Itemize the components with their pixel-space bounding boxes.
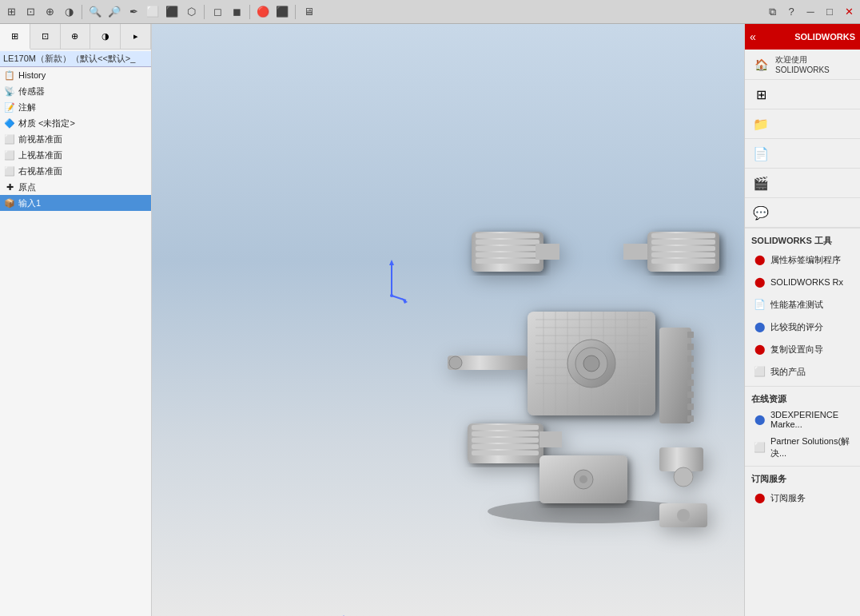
svg-rect-55 [659,328,691,423]
sensor-icon: 📡 [3,85,16,97]
tree-title: LE170M（新款）（默认<<默认>_ [0,51,151,67]
nav-icon-features[interactable]: ⊞ [745,80,860,109]
tree-item-sensor[interactable]: 📡 传感器 [0,83,151,99]
svg-rect-32 [476,233,539,238]
panel-tab-more[interactable]: ▸ [121,24,151,49]
history-icon: 📋 [3,69,16,81]
right-panel: « SOLIDWORKS 🏠 欢迎使用 SOLIDWORKS ⊞ 📁 📄 🎬 💬 [744,24,860,616]
svg-rect-62 [687,403,694,410]
tree-item-front-plane[interactable]: ⬜ 前视基准面 [0,131,151,147]
menu-item-property-wizard[interactable]: ⬤ 属性标签编制程序 [745,248,860,271]
svg-rect-60 [687,380,694,386]
win-minimize[interactable]: ─ [802,4,818,20]
toolbar-sep4 [295,5,296,19]
menu-item-benchmark[interactable]: 📄 性能基准测试 [745,293,860,316]
table-icon: 📄 [751,144,770,163]
svg-point-4 [390,294,393,297]
tools-section: SOLIDWORKS 工具 ⬤ 属性标签编制程序 ⬤ SOLIDWORKS Rx… [745,232,860,383]
svg-marker-1 [389,260,394,265]
tree-item-annotation[interactable]: 📝 注解 [0,99,151,115]
my-products-icon: ⬜ [751,364,767,380]
win-close[interactable]: ✕ [841,4,857,20]
win-maximize[interactable]: □ [822,4,838,20]
svg-point-67 [449,356,462,369]
svg-rect-56 [687,332,694,338]
compare-score-icon: ⬤ [751,319,767,335]
toolbar-snap[interactable]: ✒ [125,4,141,20]
menu-item-subscribe[interactable]: ⬤ 订阅服务 [745,487,860,509]
viewport[interactable] [152,24,744,616]
svg-rect-48 [472,438,539,443]
import-icon: 📦 [3,197,16,209]
toolbar-view1[interactable]: ⬜ [145,4,161,20]
panel-tab-feature[interactable]: ⊞ [0,24,30,50]
toolbar-monitor[interactable]: 🖥 [301,4,317,20]
right-nav-icons: ⊞ 📁 📄 🎬 💬 [745,80,860,229]
svg-marker-3 [402,298,408,304]
main-area: ⊞ ⊡ ⊕ ◑ ▸ LE170M（新款）（默认<<默认>_ 📋 History … [0,24,860,616]
tree-item-origin[interactable]: ✚ 原点 [0,179,151,195]
nav-icon-table[interactable]: 📄 [745,139,860,169]
tree-item-right-plane[interactable]: ⬜ 右视基准面 [0,163,151,179]
svg-rect-35 [476,252,539,257]
right-welcome-row[interactable]: 🏠 欢迎使用 SOLIDWORKS [745,50,860,80]
win-help[interactable]: ? [783,4,799,20]
menu-item-copy-settings[interactable]: ⬤ 复制设置向导 [745,338,860,360]
toolbar-view2[interactable]: ⬛ [164,4,180,20]
svg-rect-43 [651,259,715,264]
features-icon: ⊞ [751,85,770,104]
engine-model [424,184,744,535]
chat-icon: 💬 [751,203,770,222]
toolbar-search2[interactable]: 🔎 [106,4,122,20]
toolbar-display2[interactable]: ◼ [229,4,245,20]
subscribe-section-label: 订阅服务 [745,466,860,487]
panel-collapse-arrow[interactable]: « [750,30,756,43]
partner-solutions-icon: ⬜ [751,439,767,455]
svg-rect-47 [472,431,539,436]
svg-rect-50 [472,451,539,455]
menu-item-3dexperience[interactable]: ⬤ 3DEXPERIENCE Marke... [745,407,860,432]
menu-item-sw-rx[interactable]: ⬤ SOLIDWORKS Rx [745,271,860,293]
toolbar-display1[interactable]: ◻ [209,4,225,20]
nav-icon-chat[interactable]: 💬 [745,198,860,228]
property-wizard-icon: ⬤ [751,252,767,268]
svg-point-30 [583,356,599,372]
tree-item-history[interactable]: 📋 History [0,67,151,83]
svg-rect-33 [476,240,539,244]
material-icon: 🔷 [3,117,16,129]
menu-item-compare-score[interactable]: ⬤ 比较我的评分 [745,316,860,338]
toolbar-search[interactable]: 🔍 [87,4,103,20]
menu-item-partner-solutions[interactable]: ⬜ Partner Solutions(解决... [745,432,860,463]
sw-rx-icon: ⬤ [751,274,767,290]
svg-rect-49 [472,444,539,449]
left-panel: ⊞ ⊡ ⊕ ◑ ▸ LE170M（新款）（默认<<默认>_ 📋 History … [0,24,152,616]
toolbar-icon-doc[interactable]: ⊡ [22,4,38,20]
toolbar-render[interactable]: 🔴 [255,4,271,20]
toolbar-sep3 [249,5,250,19]
svg-rect-61 [687,391,694,398]
nav-icon-folder[interactable]: 📁 [745,109,860,139]
toolbar-icon-target[interactable]: ⊕ [42,4,58,20]
svg-rect-36 [476,259,539,264]
top-toolbar: ⊞ ⊡ ⊕ ◑ 🔍 🔎 ✒ ⬜ ⬛ ⬡ ◻ ◼ 🔴 ⬛ 🖥 ⧉ ? ─ □ ✕ [0,0,860,24]
win-restore[interactable]: ⧉ [764,4,780,20]
toolbar-view3[interactable]: ⬡ [183,4,199,20]
right-plane-icon: ⬜ [3,165,16,177]
panel-tab-property[interactable]: ⊡ [30,24,61,49]
tree-item-top-plane[interactable]: ⬜ 上视基准面 [0,147,151,163]
toolbar-icon-grid[interactable]: ⊞ [3,4,19,20]
panel-tab-display[interactable]: ◑ [90,24,121,49]
tree-item-material[interactable]: 🔷 材质 <未指定> [0,115,151,131]
svg-rect-34 [476,246,539,251]
svg-rect-40 [651,240,715,244]
svg-rect-37 [536,244,559,260]
subscribe-icon: ⬤ [751,490,767,506]
svg-rect-58 [687,356,694,362]
menu-item-my-products[interactable]: ⬜ 我的产品 [745,360,860,383]
toolbar-icon-color[interactable]: ◑ [61,4,77,20]
toolbar-material[interactable]: ⬛ [274,4,290,20]
nav-icon-video[interactable]: 🎬 [745,169,860,198]
tree-item-import1[interactable]: 📦 输入1 [0,195,151,211]
svg-point-69 [677,509,690,522]
panel-tab-config[interactable]: ⊕ [61,24,91,49]
